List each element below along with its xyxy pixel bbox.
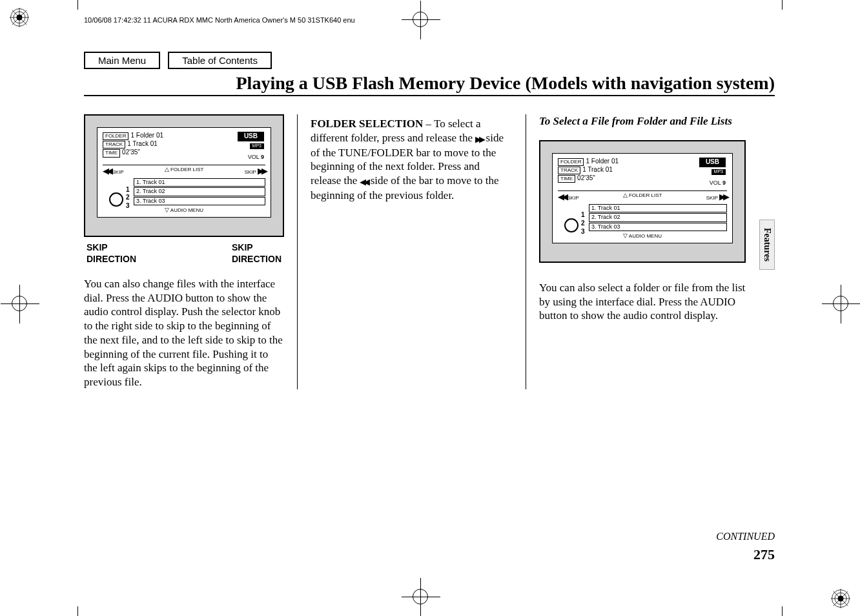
mp3-badge: MP3 [250,143,264,149]
skip-next-icon [258,169,265,175]
table-of-contents-button[interactable]: Table of Contents [168,52,272,69]
up-icon [623,192,628,198]
vol-value: 9 [722,180,726,186]
folder-value: 1 Folder 01 [586,158,619,165]
track-row: 1. Track 01 [589,204,727,213]
page-title: Playing a USB Flash Memory Device (Model… [84,73,775,94]
trim-mark [77,606,78,616]
trim-mark [77,0,78,10]
track-row: 1. Track 01 [134,178,265,187]
track-row: 2. Track 02 [134,187,265,196]
fast-forward-icon [475,132,483,146]
audio-display-figure: FOLDER1 Folder 01 TRACK1 Track 01 TIME02… [84,114,284,237]
skip-left-label: SKIP [567,195,578,201]
crop-mark-icon [833,296,848,311]
main-menu-button[interactable]: Main Menu [84,52,160,69]
audio-menu-label: AUDIO MENU [170,207,203,213]
crop-mark-icon [413,12,428,27]
continued-label: CONTINUED [716,531,775,542]
folder-list-label: FOLDER LIST [629,192,662,198]
rewind-icon [360,174,367,189]
usb-badge: USB [699,158,726,167]
dial-icon [109,192,123,207]
track-tag: TRACK [103,141,125,149]
down-icon [165,207,169,213]
folder-selection-heading: FOLDER SELECTION [311,118,423,130]
crop-mark-icon [12,296,27,311]
trim-mark [782,0,783,10]
registration-mark-icon [10,8,29,27]
col3-heading: To Select a File from Folder and File Li… [539,114,746,128]
folder-tag: FOLDER [103,132,128,140]
document-header-meta: 10/06/08 17:42:32 11 ACURA RDX MMC North… [84,16,355,24]
row-num: 3 [581,228,585,236]
trim-mark [782,606,783,616]
skip-direction-right-label: SKIPDIRECTION [232,242,282,265]
time-value: 02'35" [122,149,140,156]
page-number: 275 [753,546,775,563]
time-tag: TIME [558,175,575,183]
title-rule [84,95,775,96]
down-icon [623,233,628,239]
dial-icon [564,218,578,232]
row-num: 1 [126,186,130,194]
col3-body-text: You can also select a folder or file fro… [539,281,746,323]
vol-label: VOL [710,180,721,186]
audio-menu-label: AUDIO MENU [629,233,662,239]
col1-body-text: You can also change files with the inter… [84,277,284,389]
mp3-badge: MP3 [712,169,726,175]
section-tab: Features [759,220,775,270]
track-row: 2. Track 02 [589,213,727,222]
row-num: 2 [581,220,585,228]
row-num: 2 [126,194,130,202]
row-num: 1 [581,211,585,220]
row-num: 3 [126,202,130,210]
usb-badge: USB [238,132,264,141]
folder-tag: FOLDER [558,158,584,166]
vol-value: 9 [261,154,264,160]
audio-display-figure: FOLDER1 Folder 01 TRACK1 Track 01 TIME02… [539,140,746,263]
skip-prev-icon [103,169,110,175]
up-icon [165,167,169,172]
skip-direction-left-label: SKIPDIRECTION [87,242,136,265]
track-value: 1 Track 01 [582,166,613,173]
registration-mark-icon [831,589,850,608]
vol-label: VOL [248,154,260,160]
time-tag: TIME [103,149,120,157]
skip-prev-icon [558,195,566,201]
crop-mark-icon [413,589,428,604]
skip-right-label: SKIP [706,195,718,201]
track-tag: TRACK [558,167,580,174]
track-row: 3. Track 03 [134,197,265,206]
track-row: 3. Track 03 [589,223,727,232]
skip-right-label: SKIP [245,169,256,175]
time-value: 02'35" [577,174,595,181]
folder-list-label: FOLDER LIST [170,167,204,172]
skip-next-icon [719,195,727,201]
track-value: 1 Track 01 [127,140,158,147]
folder-value: 1 Folder 01 [130,132,163,139]
col2-body-text: FOLDER SELECTION – To select a different… [311,117,513,203]
skip-left-label: SKIP [112,169,123,175]
